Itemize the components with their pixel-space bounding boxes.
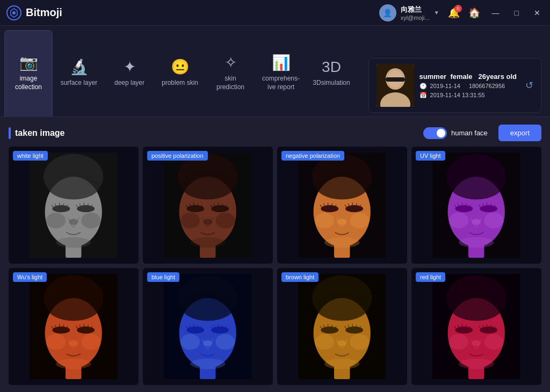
tab-icon-problem-skin: 😐 xyxy=(171,60,190,75)
user-avatar: 👤 xyxy=(379,4,396,21)
home-button[interactable]: 🏠 xyxy=(468,7,480,19)
titlebar-right: 👤 向雅兰 xyl@moji... ▼ 🔔 8 🏠 — □ ✕ xyxy=(379,4,544,21)
human-face-toggle[interactable] xyxy=(423,127,447,139)
face-image-neg-polar xyxy=(277,147,407,264)
nav-tab-skin-prediction[interactable]: ✧skin prediction xyxy=(206,30,255,117)
svg-point-83 xyxy=(324,359,359,369)
profile-name: summer female 26years old xyxy=(419,72,517,81)
tab-icon-comprehensive-report: 📊 xyxy=(272,55,291,70)
svg-point-60 xyxy=(69,340,78,346)
tab-label-problem-skin: problem skin xyxy=(162,79,198,88)
profile-photo xyxy=(377,64,414,107)
image-label-wu: Wu's light xyxy=(13,272,47,282)
image-cell-brown[interactable]: brown light xyxy=(277,268,407,385)
profile-date1-row: 🕐 2019-11-14 18066762956 xyxy=(419,83,517,90)
profile-info: summer female 26years old 🕐 2019-11-14 1… xyxy=(419,72,517,99)
image-label-brown: brown light xyxy=(281,272,319,282)
nav-tab-comprehensive-report[interactable]: 📊comprehens- ive report xyxy=(257,30,305,117)
image-grid: white light xyxy=(9,147,541,385)
tab-icon-deep-layer: ✦ xyxy=(124,60,136,75)
svg-point-23 xyxy=(180,213,200,228)
nav-tab-problem-skin[interactable]: 😐problem skin xyxy=(156,30,204,117)
svg-point-44 xyxy=(450,171,503,199)
image-cell-red[interactable]: red light xyxy=(411,268,541,385)
image-cell-neg-polar[interactable]: negative polarization xyxy=(277,147,407,264)
tab-icon-surface-layer: 🔬 xyxy=(70,60,89,75)
svg-point-46 xyxy=(484,213,504,228)
face-image-red xyxy=(411,268,541,385)
face-image-pos-polar xyxy=(143,147,273,264)
svg-point-69 xyxy=(187,326,205,333)
user-info[interactable]: 👤 向雅兰 xyl@moji... ▼ xyxy=(379,4,439,21)
section-title-bar: taken image xyxy=(9,127,412,139)
maximize-button[interactable]: □ xyxy=(511,9,522,17)
face-image-uv xyxy=(411,147,541,264)
svg-point-61 xyxy=(56,359,91,369)
bell-button[interactable]: 🔔 8 xyxy=(448,7,460,19)
svg-point-13 xyxy=(82,213,101,228)
svg-point-91 xyxy=(455,326,473,333)
face-image-blue xyxy=(143,268,273,385)
tab-label-comprehensive-report: comprehens- ive report xyxy=(262,75,300,91)
logo-area: Bitmoji xyxy=(6,5,379,20)
svg-point-77 xyxy=(316,293,368,321)
image-cell-blue[interactable]: blue light xyxy=(143,268,273,385)
svg-point-1 xyxy=(12,11,16,14)
close-button[interactable]: ✕ xyxy=(531,9,544,17)
useremail: xyl@moji... xyxy=(401,14,430,21)
image-label-white: white light xyxy=(13,151,48,161)
bell-badge: 8 xyxy=(454,5,462,12)
image-cell-wu[interactable]: Wu's light xyxy=(9,268,139,385)
app-logo-icon xyxy=(6,5,21,20)
export-button[interactable]: export xyxy=(498,125,541,141)
toggle-knob xyxy=(437,129,445,137)
svg-point-11 xyxy=(47,171,100,199)
tab-label-surface-layer: surface layer xyxy=(61,79,98,88)
svg-point-81 xyxy=(346,326,364,333)
svg-point-33 xyxy=(316,171,368,199)
svg-point-17 xyxy=(56,237,91,248)
nav-tab-deep-layer[interactable]: ✦deep layer xyxy=(105,30,154,117)
image-cell-white[interactable]: white light xyxy=(9,147,139,264)
nav-tab-image-collection[interactable]: 📷image collection xyxy=(4,30,53,117)
face-image-wu xyxy=(9,268,139,385)
main-content: taken image human face export white ligh… xyxy=(0,117,550,392)
svg-point-79 xyxy=(350,334,370,350)
svg-point-55 xyxy=(47,293,100,321)
svg-point-88 xyxy=(450,293,503,321)
svg-point-59 xyxy=(77,326,95,333)
image-label-red: red light xyxy=(416,272,445,282)
profile-back-button[interactable]: ↺ xyxy=(525,79,533,91)
svg-point-72 xyxy=(190,359,225,369)
svg-point-67 xyxy=(180,334,200,350)
image-cell-uv[interactable]: UV light xyxy=(411,147,541,264)
svg-point-28 xyxy=(190,237,225,248)
svg-point-35 xyxy=(350,213,370,228)
profile-panel: summer female 26years old 🕐 2019-11-14 1… xyxy=(368,58,541,113)
nav-tab-surface-layer[interactable]: 🔬surface layer xyxy=(55,30,103,117)
svg-point-56 xyxy=(46,334,66,350)
minimize-button[interactable]: — xyxy=(489,9,503,17)
svg-point-90 xyxy=(484,334,504,350)
image-cell-pos-polar[interactable]: positive polarization xyxy=(143,147,273,264)
section-title-accent xyxy=(9,127,11,139)
svg-rect-6 xyxy=(386,77,405,82)
svg-point-71 xyxy=(204,340,212,346)
profile-datetime2-row: 📅 2019-11-14 13:31:55 xyxy=(419,92,517,99)
svg-point-27 xyxy=(204,219,212,224)
tab-icon-image-collection: 📷 xyxy=(19,55,38,70)
svg-point-49 xyxy=(472,219,481,224)
tab-icon-3dsimulation: 3D xyxy=(322,60,341,75)
image-label-neg-polar: negative polarization xyxy=(281,151,344,161)
svg-point-12 xyxy=(46,213,66,228)
image-label-pos-polar: positive polarization xyxy=(147,151,208,161)
nav-tab-3dsimulation[interactable]: 3D3Dsimulation xyxy=(307,30,356,117)
tab-label-image-collection: image collection xyxy=(15,75,42,91)
tab-label-3dsimulation: 3Dsimulation xyxy=(313,79,350,88)
tab-icon-skin-prediction: ✧ xyxy=(225,55,237,70)
svg-point-24 xyxy=(216,213,235,228)
section-header: taken image human face export xyxy=(9,117,541,147)
image-label-uv: UV light xyxy=(416,151,445,161)
svg-point-22 xyxy=(182,171,234,199)
svg-point-92 xyxy=(480,326,498,333)
